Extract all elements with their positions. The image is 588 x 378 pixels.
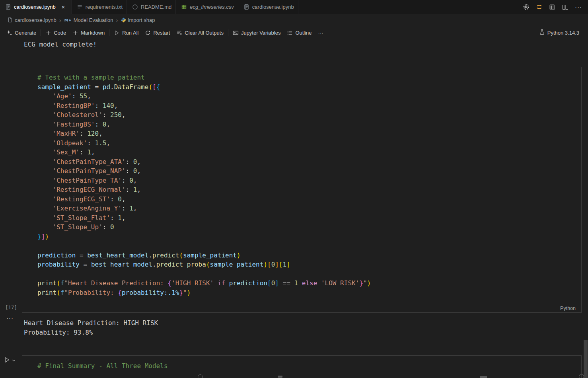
code-line: 'ChestPainType_ATA': 0, <box>37 157 371 167</box>
cell-language-label[interactable]: Python <box>560 306 576 311</box>
code-line: 'RestingECG_ST': 0, <box>37 195 371 204</box>
info-icon <box>132 4 138 10</box>
vertical-scrollbar[interactable] <box>584 340 588 378</box>
code-line: 'ST_Slope_Flat': 1, <box>37 213 371 223</box>
file-icon <box>7 17 13 23</box>
notebook-toolbar-items: GenerateCodeMarkdownRun AllRestartClear … <box>3 28 327 37</box>
code-line: prediction = best_heart_model.predict(sa… <box>37 251 371 260</box>
run-cell-icon <box>4 357 10 364</box>
python-icon <box>121 18 126 23</box>
toolbar-label: Clear All Outputs <box>185 30 224 36</box>
code-line: print(f"Heart Disease Prediction: {'HIGH… <box>37 279 371 288</box>
toolbar-more-actions[interactable]: ··· <box>315 28 327 37</box>
close-icon[interactable]: × <box>59 3 67 11</box>
tab-label: cardiosense.ipynb <box>252 4 294 10</box>
tab-2-requirements-txt[interactable]: requirements.txt <box>72 0 127 14</box>
code-line <box>37 269 371 279</box>
variables-icon <box>233 30 239 36</box>
toolbar-outline[interactable]: Outline <box>284 28 315 37</box>
execution-count: [17] <box>5 304 17 310</box>
toolbar-label: Jupyter Variables <box>241 30 280 36</box>
code-line: probability = best_heart_model.predict_p… <box>37 260 371 269</box>
code-line: 'ChestPainType_NAP': 0, <box>37 166 371 176</box>
code-line: # Final Summary - All Three Models <box>37 361 168 371</box>
code-line: 'MaxHR': 120, <box>37 129 371 138</box>
toolbar-label: Restart <box>153 30 170 36</box>
clear-outputs-icon <box>176 30 182 36</box>
breadcrumb-item-2[interactable]: Model Evaluation <box>64 17 113 23</box>
tab-label: cardiosense.ipynb <box>14 4 56 10</box>
kernel-label: Python 3.14.3 <box>547 30 579 36</box>
kernel-picker[interactable]: Python 3.14.3 <box>539 29 585 36</box>
notebook-icon <box>243 4 249 10</box>
output-line: Heart Disease Prediction: HIGH RISK <box>24 318 158 328</box>
plus-icon <box>72 30 78 36</box>
code-line: 'RestingBP': 140, <box>37 101 371 111</box>
partial-icon <box>198 374 203 378</box>
code-cell[interactable]: # Test with a sample patientsample_patie… <box>22 67 582 313</box>
tab-5-cardiosense-ipynb[interactable]: cardiosense.ipynb <box>238 0 298 14</box>
output-line: Probability: 93.8% <box>24 328 158 337</box>
toolbar-label: Outline <box>295 30 312 36</box>
breadcrumb-item-3[interactable]: import shap <box>121 17 155 23</box>
code-line: }]) <box>37 232 371 242</box>
chevron-down-icon <box>12 358 16 364</box>
tab-3-readme-md[interactable]: README.md <box>127 0 176 14</box>
settings-gear-icon[interactable] <box>521 2 531 12</box>
toolbar-generate[interactable]: Generate <box>3 28 39 37</box>
breadcrumb-label: import shap <box>128 17 155 23</box>
toolbar-clear-all-outputs[interactable]: Clear All Outputs <box>173 28 227 37</box>
code-line <box>37 241 371 251</box>
plus-icon <box>45 30 51 36</box>
toolbar-separator <box>109 29 109 36</box>
code-line: 'Cholesterol': 250, <box>37 110 371 120</box>
toolbar-restart[interactable]: Restart <box>142 28 173 37</box>
layout-panel-icon[interactable] <box>547 2 557 12</box>
code-line: 'RestingECG_Normal': 1, <box>37 185 371 195</box>
output-options-icon[interactable]: ··· <box>6 314 14 321</box>
breadcrumb-label: cardiosense.ipynb <box>15 17 56 23</box>
tab-1-cardiosense-ipynb[interactable]: cardiosense.ipynb× <box>0 0 72 14</box>
jupyter-icon[interactable] <box>534 2 544 12</box>
toolbar-add-markdown[interactable]: Markdown <box>69 28 108 37</box>
toolbar-add-code[interactable]: Code <box>42 28 69 37</box>
code-line: 'ExerciseAngina_Y': 1, <box>37 204 371 213</box>
markdown-icon <box>64 18 72 23</box>
code-line: 'FastingBS': 0, <box>37 120 371 129</box>
next-code-cell[interactable]: # Final Summary - All Three Models <box>22 355 582 378</box>
table-icon <box>181 4 187 10</box>
code-line: sample_patient = pd.DataFrame([{ <box>37 82 371 92</box>
breadcrumb-item-1[interactable]: cardiosense.ipynb <box>7 17 56 23</box>
notebook-icon <box>5 4 11 10</box>
cell-code[interactable]: # Test with a sample patientsample_patie… <box>37 73 371 297</box>
sparkle-icon <box>6 30 12 36</box>
tab-4-ecg-timeseries-csv[interactable]: ecg_timeseries.csv <box>176 0 238 14</box>
more-actions-icon[interactable]: ··· <box>574 2 583 12</box>
tab-label: requirements.txt <box>86 4 123 10</box>
toolbar-label: Code <box>54 30 66 36</box>
partial-icon <box>579 374 584 378</box>
notebook-editor: ECG model complete! # Test with a sample… <box>0 40 588 378</box>
tab-actions: ··· <box>521 0 588 14</box>
tab-list: cardiosense.ipynb×requirements.txtREADME… <box>0 0 298 14</box>
code-line: print(f"Probability: {probability:.1%}") <box>37 288 371 298</box>
code-line: 'ST_Slope_Up': 0 <box>37 222 371 232</box>
tab-label: ecg_timeseries.csv <box>190 4 234 10</box>
cell-output-lines: Heart Disease Prediction: HIGH RISKProba… <box>24 318 158 337</box>
toolbar-label: Run All <box>122 30 138 36</box>
code-line: # Test with a sample patient <box>37 73 371 82</box>
run-cell-button[interactable] <box>4 357 16 364</box>
next-cell-code[interactable]: # Final Summary - All Three Models <box>37 361 168 371</box>
breadcrumb-label: Model Evaluation <box>74 17 113 23</box>
breadcrumb: cardiosense.ipynb›Model Evaluation›impor… <box>0 14 588 25</box>
partial-icon <box>480 376 487 378</box>
toolbar-label: Generate <box>15 30 36 36</box>
toolbar-run-all[interactable]: Run All <box>111 28 142 37</box>
code-line: 'Sex_M': 1, <box>37 148 371 157</box>
list-icon <box>77 4 83 10</box>
notebook-toolbar: GenerateCodeMarkdownRun AllRestartClear … <box>0 25 588 40</box>
toolbar-jupyter-variables[interactable]: Jupyter Variables <box>230 28 284 37</box>
split-editor-icon[interactable] <box>561 2 570 12</box>
toolbar-separator <box>228 29 228 36</box>
breadcrumb-separator: › <box>116 17 118 23</box>
